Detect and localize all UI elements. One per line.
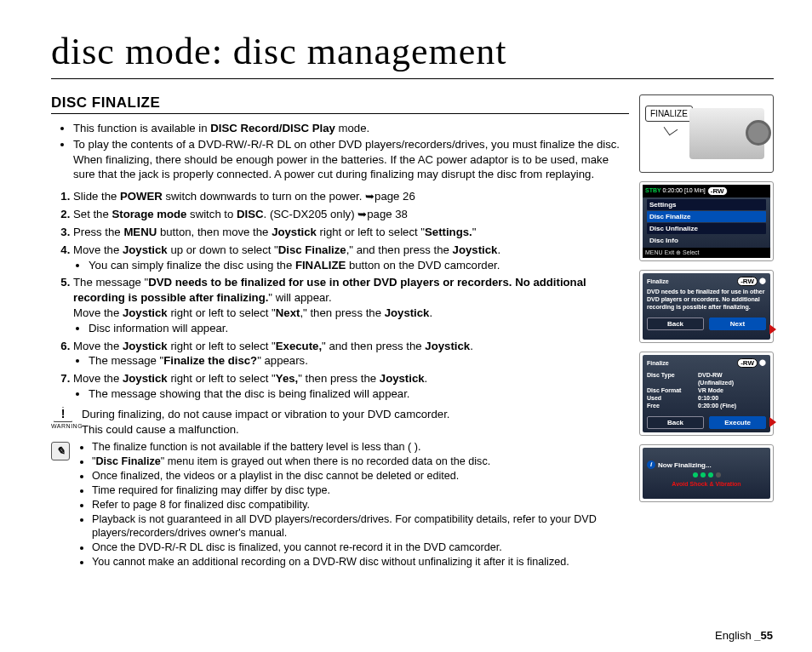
back-button[interactable]: Back (647, 317, 704, 330)
finalize-callout: FINALIZE (645, 106, 693, 122)
menu-screen-3: Finalize-RW ⬤ Disc TypeDVD-RW (Unfinaliz… (639, 352, 774, 436)
section-heading: DISC FINALIZE (51, 94, 629, 114)
page-title: disc mode: disc management (51, 30, 774, 79)
back-button-2[interactable]: Back (647, 416, 704, 429)
menu-screen-2: Finalize-RW ⬤ DVD needs to be finalized … (639, 270, 774, 343)
next-button[interactable]: Next (709, 317, 766, 330)
steps-list: Slide the POWER switch downwards to turn… (51, 189, 629, 402)
page-footer: English _55 (715, 629, 773, 642)
menu-item-settings: Settings (647, 199, 766, 210)
menu-item-disc-unfinalize: Disc Unfinalize (647, 223, 766, 234)
warning-box: !WARNING During finalizing, do not cause… (51, 407, 629, 438)
menu-item-disc-finalize: Disc Finalize (647, 211, 766, 222)
execute-button[interactable]: Execute (709, 416, 766, 429)
red-arrow-icon (769, 324, 776, 335)
info-icon: i (647, 460, 655, 469)
camera-illustration: FINALIZE (639, 94, 774, 173)
notes-box: ✎ The finalize function is not available… (51, 440, 629, 569)
red-arrow-icon (769, 417, 776, 427)
menu-screen-1: STBY 0:20:00 [10 Min] -RW Settings Disc … (639, 181, 774, 261)
warning-icon: !WARNING (51, 407, 75, 430)
menu-screen-4: iNow Finalizing... Avoid Shock & Vibrati… (639, 444, 774, 502)
note-icon: ✎ (51, 442, 70, 460)
menu-item-disc-info: Disc Info (647, 235, 766, 246)
intro-bullets: This function is available in DISC Recor… (51, 121, 629, 182)
